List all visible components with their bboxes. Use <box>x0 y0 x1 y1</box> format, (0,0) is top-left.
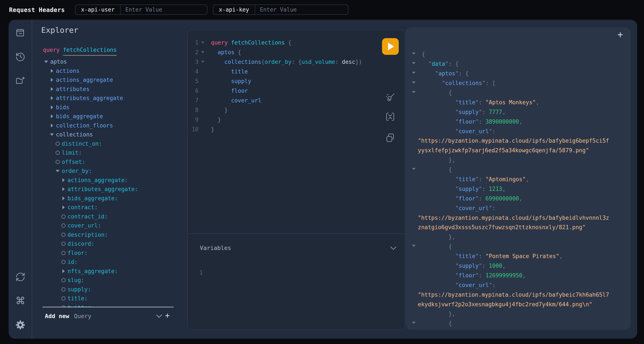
radio-circle-icon[interactable] <box>61 251 66 255</box>
json-collapse-icon[interactable] <box>412 168 416 170</box>
json-collapse-icon[interactable] <box>412 62 416 64</box>
radio-circle-icon[interactable] <box>61 242 66 246</box>
tree-row-attributes_aggregate[interactable]: attributes_aggregate: <box>32 185 196 194</box>
triangle-collapse-icon[interactable] <box>44 61 48 63</box>
radio-circle-icon[interactable] <box>56 160 60 164</box>
tree-label: order_by: <box>62 168 92 174</box>
x-api-key-value-input[interactable] <box>255 5 348 14</box>
tree-row-discord[interactable]: discord: <box>32 239 196 249</box>
history-button[interactable] <box>15 52 26 62</box>
line-number: 4 <box>188 68 198 75</box>
radio-circle-icon[interactable] <box>61 214 66 219</box>
radio-circle-icon[interactable] <box>61 296 66 301</box>
refresh-schema-button[interactable] <box>15 272 26 282</box>
fold-icon[interactable] <box>201 51 204 53</box>
settings-button[interactable] <box>15 320 26 330</box>
triangle-expand-icon[interactable] <box>62 196 65 200</box>
tree-row-description[interactable]: description: <box>32 230 196 240</box>
tree-row-collections[interactable]: collections <box>32 130 196 139</box>
x-api-user-value-input[interactable] <box>121 5 207 14</box>
json-collapse-icon[interactable] <box>412 81 416 83</box>
tree-row-bids_aggregate[interactable]: bids_aggregate <box>32 112 196 121</box>
copy-query-button[interactable] <box>385 133 395 143</box>
json-collapse-icon[interactable] <box>412 91 416 93</box>
radio-circle-icon[interactable] <box>56 142 60 146</box>
tree-row-cover_url[interactable]: cover_url: <box>32 221 196 230</box>
json-collapse-icon[interactable] <box>412 52 416 55</box>
tree-row-actions_aggregate[interactable]: actions_aggregate <box>32 75 196 85</box>
radio-circle-icon[interactable] <box>61 233 66 237</box>
triangle-expand-icon[interactable] <box>51 124 53 127</box>
operation-type-select[interactable]: Query <box>74 313 91 319</box>
tree-row-bids[interactable]: bids <box>32 103 196 112</box>
triangle-expand-icon[interactable] <box>62 178 65 182</box>
query-editor[interactable]: 1query fetchCollections {2 aptos {3 coll… <box>188 38 405 134</box>
code-segment: znatgio6gvd3xsss5uszc7fuwzsqn2ttzknosnxl… <box>418 224 586 231</box>
tree-row-attributes[interactable]: attributes <box>32 85 196 94</box>
fold-icon[interactable] <box>201 61 204 63</box>
triangle-expand-icon[interactable] <box>62 187 65 191</box>
tree-row-nfts_aggregate[interactable]: nfts_aggregate: <box>32 267 196 276</box>
triangle-expand-icon[interactable] <box>51 105 53 109</box>
radio-circle-icon[interactable] <box>61 287 66 292</box>
tree-row-twitter[interactable]: twitter: <box>32 303 196 307</box>
tree-row-contract[interactable]: contract: <box>32 203 196 212</box>
tree-row-order_by[interactable]: order_by: <box>32 166 196 176</box>
code-segment: " <box>422 61 432 67</box>
tree-row-aptos[interactable]: aptos <box>32 57 196 66</box>
json-collapse-icon[interactable] <box>412 322 416 324</box>
tree-row-slug[interactable]: slug: <box>32 276 196 285</box>
add-operation-row: Add new Query + <box>32 312 196 321</box>
tree-row-bids_aggregate[interactable]: bids_aggregate: <box>32 194 196 203</box>
fold-icon[interactable] <box>201 41 204 43</box>
prettify-button[interactable] <box>385 92 395 103</box>
radio-circle-icon[interactable] <box>56 151 60 155</box>
radio-circle-icon[interactable] <box>61 260 66 264</box>
variables-title[interactable]: Variables <box>200 245 231 251</box>
tree-row-limit[interactable]: limit: <box>32 148 196 157</box>
operation-name[interactable]: fetchCollections <box>63 47 116 56</box>
code-segment: supply <box>458 263 479 269</box>
triangle-expand-icon[interactable] <box>62 269 65 273</box>
triangle-expand-icon[interactable] <box>51 96 53 100</box>
tree-row-id[interactable]: id: <box>32 258 196 267</box>
tree-row-contract_id[interactable]: contract_id: <box>32 212 196 221</box>
triangle-expand-icon[interactable] <box>51 69 53 73</box>
tree-row-actions_aggregate[interactable]: actions_aggregate: <box>32 176 196 185</box>
merge-fragments-button[interactable] <box>385 112 395 122</box>
triangle-expand-icon[interactable] <box>62 205 65 209</box>
tree-row-supply[interactable]: supply: <box>32 285 196 294</box>
radio-circle-icon[interactable] <box>61 223 66 228</box>
json-collapse-icon[interactable] <box>412 72 416 74</box>
add-collection-button[interactable] <box>15 76 26 86</box>
explorer-title: Explorer <box>41 26 78 34</box>
response-row: "supply": 7777, <box>406 107 631 117</box>
tree-label: supply: <box>68 286 91 293</box>
code-segment: 12699999950 <box>485 272 522 279</box>
new-tab-button[interactable]: + <box>618 29 623 40</box>
docs-button[interactable] <box>15 28 26 38</box>
triangle-expand-icon[interactable] <box>51 87 53 91</box>
tree-row-collection_floors[interactable]: collection_floors <box>32 121 196 130</box>
execute-query-button[interactable] <box>382 38 399 55</box>
tree-row-offset[interactable]: offset: <box>32 157 196 167</box>
add-operation-button[interactable]: + <box>165 311 170 320</box>
tree-row-distinct_on[interactable]: distinct_on: <box>32 139 196 148</box>
triangle-expand-icon[interactable] <box>51 114 53 118</box>
triangle-collapse-icon[interactable] <box>50 133 54 136</box>
operation-row[interactable]: query fetchCollections <box>43 47 116 53</box>
tree-row-title[interactable]: title: <box>32 294 196 303</box>
triangle-expand-icon[interactable] <box>51 78 53 82</box>
json-collapse-icon[interactable] <box>412 245 416 247</box>
tree-row-attributes_aggregate[interactable]: attributes_aggregate <box>32 94 196 103</box>
tree-row-floor[interactable]: floor: <box>32 249 196 258</box>
code-segment <box>228 39 231 46</box>
tree-row-actions[interactable]: actions <box>32 66 196 76</box>
variables-collapse-button[interactable] <box>390 246 396 251</box>
triangle-collapse-icon[interactable] <box>56 170 60 172</box>
radio-circle-icon[interactable] <box>61 278 66 282</box>
operation-type-chevron[interactable] <box>156 315 162 319</box>
shortcut-keys-button[interactable]: ⌘ <box>15 296 26 306</box>
editor-card: 1query fetchCollections {2 aptos {3 coll… <box>187 29 405 330</box>
code-segment: ": <box>475 253 485 259</box>
